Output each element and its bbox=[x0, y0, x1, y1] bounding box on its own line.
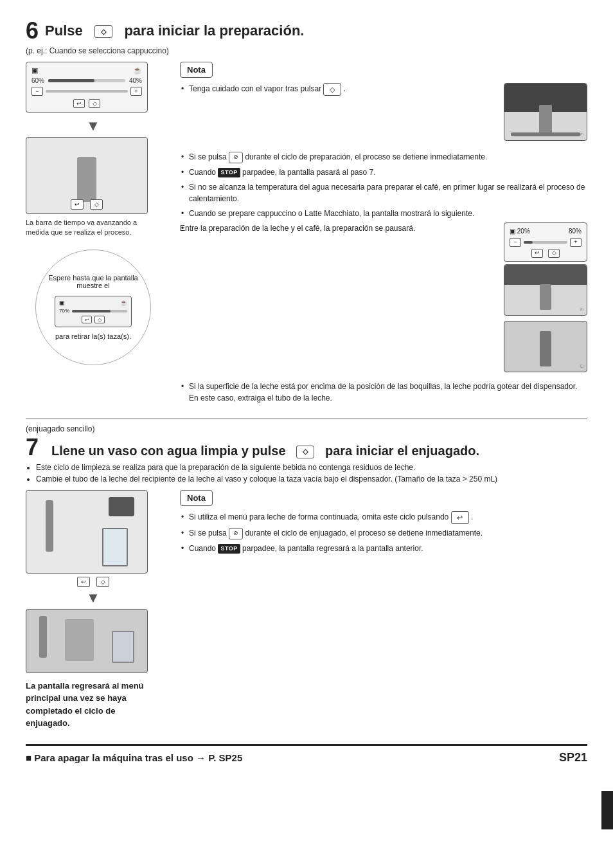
machine-mid-img-1: ⊙ bbox=[504, 264, 587, 316]
circle-screen: ▣ ☕ 70% ↩ ◇ bbox=[55, 296, 132, 327]
page: 6 Pulse ◇ para iniciar la preparación. (… bbox=[0, 0, 613, 868]
stop-badge-2: STOP bbox=[218, 544, 240, 554]
bullet-1: Tenga cuidado con el vapor tras pulsar ◇… bbox=[180, 83, 587, 96]
pct-80: 80% bbox=[569, 226, 582, 236]
minus-btn-sm: − bbox=[510, 238, 521, 247]
circle-pre-text: Espere hasta que la pantalla muestre el bbox=[42, 274, 144, 289]
steam-machine-img: ⊙ bbox=[504, 83, 587, 141]
icon-line-minus-plus: − + bbox=[31, 87, 142, 96]
inline-stop-icon-1: ⊘ bbox=[229, 152, 243, 163]
machine-inner bbox=[77, 157, 96, 202]
step6-number: 6 bbox=[26, 19, 39, 42]
nota-label-1: Nota bbox=[187, 65, 206, 75]
step6-left: ▣ ☕ 60% 40% − + ↩ ◇ bbox=[26, 62, 161, 407]
nota-back-icon: ↩ bbox=[451, 511, 469, 524]
step7-bottom-bold: La pantalla regresará al menú principal … bbox=[26, 680, 161, 730]
nota-box-1: Nota bbox=[180, 62, 213, 78]
section-divider bbox=[26, 419, 587, 419]
nota-bullet-2: Si se pulsa ⊘ durante el ciclo de enjuag… bbox=[180, 527, 587, 539]
step7-machine-box bbox=[65, 619, 94, 661]
nota-bullet-3: Cuando STOP parpadee, la pantalla regres… bbox=[180, 543, 587, 554]
step6-bullets: Tenga cuidado con el vapor tras pulsar ◇… bbox=[180, 83, 587, 404]
right-screens: ▣ 20% 80% − + ↩ ◇ bbox=[504, 222, 587, 377]
step7-title-pre: Llene un vaso con agua limpia y pulse bbox=[51, 444, 286, 458]
step7-intro-bullets: Este ciclo de limpieza se realiza para q… bbox=[26, 463, 587, 484]
pct-left: 60% bbox=[31, 77, 44, 84]
step7-nota-bullets: Si utiliza el menú para leche de forma c… bbox=[180, 511, 587, 554]
inline-diamond-1: ◇ bbox=[323, 83, 341, 96]
circle-icon-start: ◇ bbox=[94, 316, 105, 323]
machine-bottom-icons: ↩ ◇ bbox=[71, 199, 103, 210]
step7-start-icon: ◇ bbox=[296, 446, 314, 458]
step7-title: Llene un vaso con agua limpia y pulse ◇ … bbox=[51, 444, 479, 458]
machine-mid-img-2: ⊙ bbox=[504, 321, 587, 372]
step6-body: ▣ ☕ 60% 40% − + ↩ ◇ bbox=[26, 62, 587, 407]
arrow-down-1: ▼ bbox=[26, 118, 161, 134]
step7-number: 7 bbox=[26, 436, 39, 459]
right-black-bar bbox=[601, 791, 613, 829]
step7-icon-back: ↩ bbox=[77, 577, 90, 587]
machine-screen-top: ▣ ☕ 60% 40% − + ↩ ◇ bbox=[26, 62, 148, 113]
bullet-3: Cuando STOP parpadee, la pantalla pasará… bbox=[180, 167, 587, 178]
steam-bottom-bar bbox=[511, 132, 580, 136]
bullet-7: Si la superficie de la leche está por en… bbox=[180, 381, 587, 404]
pct-20: ▣ 20% bbox=[510, 226, 530, 236]
img-label-2: ⊙ bbox=[580, 306, 584, 314]
machine-step7-img bbox=[26, 490, 148, 574]
stop-badge-1: STOP bbox=[218, 168, 240, 178]
machine-tall-img: ↩ ◇ bbox=[26, 137, 148, 214]
circle-screen-icon1: ▣ bbox=[59, 300, 65, 306]
screen-icon-left: ▣ bbox=[31, 66, 38, 75]
step7-header: 7 Llene un vaso con agua limpia y pulse … bbox=[26, 436, 587, 459]
circle-screen-icon2: ☕ bbox=[120, 300, 127, 306]
step6-right: Nota Tenga cuidado con el vapor tras pul… bbox=[180, 62, 587, 407]
step7-icon-start: ◇ bbox=[96, 577, 109, 587]
step7-tube-2 bbox=[39, 616, 47, 658]
step6-title: Pulse ◇ para iniciar la preparación. bbox=[45, 23, 304, 39]
screen-20-80: ▣ 20% 80% − + ↩ ◇ bbox=[504, 222, 587, 262]
circle-screen-percent: 70% bbox=[59, 308, 69, 314]
machine-icon-start: ◇ bbox=[90, 199, 103, 210]
screen-back-icon: ↩ bbox=[73, 99, 85, 108]
back-btn-sm: ↩ bbox=[531, 249, 543, 258]
step6-caption: La barra de tiempo va avanzando a medida… bbox=[26, 218, 161, 238]
bullet-5: Cuando se prepare cappuccino o Latte Mac… bbox=[180, 208, 587, 219]
pct-right: 40% bbox=[129, 77, 142, 84]
step7-bullet1: Este ciclo de limpieza se realiza para q… bbox=[36, 463, 587, 472]
bullet-2: Si se pulsa ⊘ durante el ciclo de prepar… bbox=[180, 151, 587, 163]
machine-icon-back: ↩ bbox=[71, 199, 84, 210]
step7-right: Nota Si utiliza el menú para leche de fo… bbox=[180, 490, 587, 737]
nota-label-2: Nota bbox=[187, 493, 206, 503]
img-label-1: ⊙ bbox=[580, 131, 584, 139]
circle-post-text: para retirar la(s) taza(s). bbox=[55, 332, 131, 340]
step6-title-pre: Pulse bbox=[45, 23, 83, 39]
step7-left: ↩ ◇ ▼ La pantalla regresará al menú prin… bbox=[26, 490, 161, 737]
step7-machine-icons: ↩ ◇ bbox=[26, 577, 161, 587]
nota-stop-icon: ⊘ bbox=[229, 528, 243, 539]
circle-callout: Espere hasta que la pantalla muestre el … bbox=[35, 249, 151, 365]
machine-step7-bottom-img bbox=[26, 609, 148, 673]
step6-title-post: para iniciar la preparación. bbox=[124, 23, 304, 39]
minus-icon: − bbox=[31, 87, 43, 96]
footer-arrow-text: ■ Para apagar la máquina tras el uso → P… bbox=[26, 752, 242, 763]
step7-section-label: (enjuagado sencillo) bbox=[26, 424, 587, 433]
circle-icon-back: ↩ bbox=[82, 316, 92, 323]
plus-btn-sm: + bbox=[570, 238, 582, 247]
img-label-3: ⊙ bbox=[580, 363, 584, 370]
step7-glass bbox=[102, 528, 128, 566]
step6-subtitle: (p. ej.: Cuando se selecciona cappuccino… bbox=[26, 46, 587, 55]
step7-glass-2 bbox=[112, 631, 134, 663]
step7-body: ↩ ◇ ▼ La pantalla regresará al menú prin… bbox=[26, 490, 587, 737]
nota-bullet-1: Si utiliza el menú para leche de forma c… bbox=[180, 511, 587, 524]
step7-tube bbox=[46, 500, 53, 552]
bullet-4: Si no se alcanza la temperatura del agua… bbox=[180, 181, 587, 204]
start-btn-sm: ◇ bbox=[548, 249, 560, 258]
pause-text: Entre la preparación de la leche y el ca… bbox=[180, 222, 497, 234]
plus-icon: + bbox=[130, 87, 142, 96]
footer-page-num: SP21 bbox=[559, 751, 587, 764]
steam-bar bbox=[539, 105, 552, 134]
step7-machine-body bbox=[109, 497, 134, 516]
footer: ■ Para apagar la máquina tras el uso → P… bbox=[26, 744, 587, 764]
screen-start-icon: ◇ bbox=[89, 99, 100, 108]
start-icon: ◇ bbox=[94, 25, 112, 38]
